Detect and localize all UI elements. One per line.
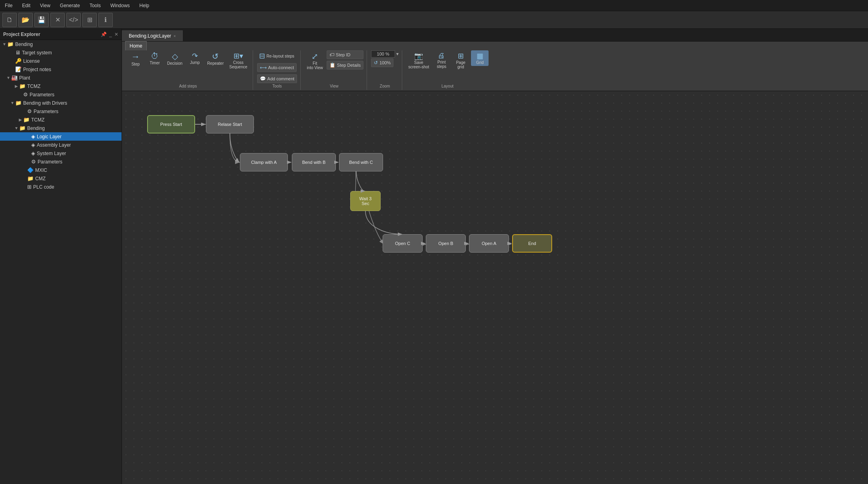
tree-item-bending-with-drivers[interactable]: ▼ 📁 Bending with Drivers [0, 99, 122, 107]
zoom-input[interactable] [371, 50, 395, 58]
ribbon-btn-step-details[interactable]: 📋 Step Details [327, 61, 363, 70]
ribbon-zoom-items: ▾ ↺ 100% [371, 50, 399, 83]
sidebar-minimize-icon[interactable]: _ [109, 32, 112, 37]
ribbon-btn-relayout[interactable]: ⊟ Re-layout steps [257, 50, 296, 62]
tree-item-bending-node[interactable]: ▼ 📁 Bending [0, 124, 122, 132]
ribbon-btn-grid[interactable]: ▦ Grid [471, 50, 489, 66]
ribbon-btn-jump[interactable]: ↷ Jump [186, 50, 204, 66]
toolbar-info-icon[interactable]: ℹ [98, 13, 113, 27]
expand-bending-node[interactable]: ▼ [14, 126, 19, 130]
menu-windows[interactable]: Windows [106, 1, 135, 10]
tab-close-icon[interactable]: × [174, 34, 176, 38]
flow-node-end[interactable]: End [512, 234, 552, 253]
expand-plant[interactable]: ▼ [6, 76, 11, 80]
flow-node-open-b[interactable]: Open B [426, 234, 466, 253]
tree-item-cmz[interactable]: 📁 CMZ [0, 174, 122, 183]
layout-group-label: Layout [441, 84, 453, 88]
ribbon-btn-timer[interactable]: ⏱ Timer [146, 50, 164, 66]
relayout-label: Re-layout steps [267, 54, 294, 58]
flow-node-open-c[interactable]: Open C [383, 234, 423, 253]
canvas-area[interactable]: Press Start Relase Start Clamp with A Be… [122, 91, 868, 484]
tree-item-parameters-bwd[interactable]: ⚙ Parameters [0, 107, 122, 116]
tree-label-bwd: Bending with Drivers [23, 100, 67, 106]
ribbon-group-add-steps: → Step ⏱ Timer ◇ Decision ↷ [124, 50, 253, 90]
flow-node-bend-with-c[interactable]: Bend with C [339, 153, 383, 171]
tree-label-tcmz-top: TCMZ [27, 84, 40, 89]
menu-file[interactable]: File [0, 1, 17, 10]
menu-tools[interactable]: Tools [85, 1, 106, 10]
page-grid-label: Pagegrid [456, 60, 465, 69]
sidebar-close-icon[interactable]: ✕ [114, 32, 118, 37]
ribbon-btn-decision[interactable]: ◇ Decision [165, 50, 184, 67]
menu-edit[interactable]: Edit [17, 1, 35, 10]
menu-help[interactable]: Help [135, 1, 154, 10]
toolbar-open-icon[interactable]: 📂 [18, 13, 33, 27]
flow-node-clamp-with-a[interactable]: Clamp with A [240, 153, 288, 171]
ribbon-btn-cross-sequence[interactable]: ⊞▾ CrossSequence [227, 50, 249, 70]
tree-label-parameters-bending: Parameters [38, 159, 62, 165]
step-label: Step [132, 62, 140, 66]
ribbon-btn-addcomment[interactable]: 💬 Add comment [257, 74, 297, 83]
tree-label-target-system: Target system [22, 50, 52, 56]
flow-node-bend-with-b[interactable]: Bend with B [292, 153, 336, 171]
tree-item-plc-code[interactable]: ⊞ PLC code [0, 183, 122, 191]
flow-node-press-start[interactable]: Press Start [147, 115, 195, 133]
ribbon-btn-step[interactable]: → Step [127, 50, 144, 68]
ribbon-group-view: ⤢ Fitinto View 🏷 Step ID 📋 Step Details [301, 50, 367, 90]
toolbar-save-icon[interactable]: 💾 [34, 13, 49, 27]
toolbar-grid-icon[interactable]: ⊞ [82, 13, 97, 27]
tree-item-license[interactable]: 🔑 License [0, 57, 122, 65]
ribbon-btn-print[interactable]: 🖨 Printsteps [433, 50, 450, 70]
tcmz-bwd-icon: 📁 [23, 117, 30, 123]
flow-arrows-precise [122, 91, 868, 484]
jump-label: Jump [190, 60, 200, 65]
tree-item-parameters-top[interactable]: ⚙ Parameters [0, 90, 122, 99]
ribbon-btn-step-id[interactable]: 🏷 Step ID [327, 50, 363, 59]
menu-view[interactable]: View [35, 1, 55, 10]
tree-label-logic-layer: Logic Layer [37, 134, 62, 139]
expand-bwd[interactable]: ▼ [10, 101, 15, 105]
tree-item-target-system[interactable]: 🖥 Target system [0, 48, 122, 57]
tree-item-logic-layer[interactable]: ◈ Logic Layer [0, 132, 122, 141]
flow-node-open-a[interactable]: Open A [469, 234, 509, 253]
tree-item-bending[interactable]: ▼ 📁 Bending [0, 40, 122, 48]
tree-item-system-layer[interactable]: ◈ System Layer [0, 149, 122, 157]
ribbon-btn-page-grid[interactable]: ⊞ Pagegrid [452, 50, 469, 70]
ribbon-group-tools: ⊟ Re-layout steps ⟷ Auto-connect 💬 Add c… [254, 50, 301, 90]
main-layout: Project Explorer 📌 _ ✕ ▼ 📁 Bending 🖥 Tar… [0, 29, 868, 484]
zoom-dropdown-icon[interactable]: ▾ [396, 51, 399, 57]
tree-item-parameters-bending[interactable]: ⚙ Parameters [0, 157, 122, 166]
tree-item-tcmz-top[interactable]: ▶ 📁 TCMZ [0, 82, 122, 90]
zoom-group-label: Zoom [380, 84, 390, 88]
menubar: File Edit View Generate Tools Windows He… [0, 0, 868, 11]
expand-bending[interactable]: ▼ [2, 42, 7, 46]
toolbar-code-icon[interactable]: </> [66, 13, 81, 27]
tree-item-plant[interactable]: ▼ 🏭 Plant [0, 74, 122, 82]
toolbar-new-icon[interactable]: 🗋 [2, 13, 17, 27]
sidebar-title: Project Explorer [3, 32, 40, 37]
bwd-folder-icon: 📁 [15, 100, 22, 106]
ribbon-btn-fit-view[interactable]: ⤢ Fitinto View [305, 50, 325, 71]
expand-tcmz-top[interactable]: ▶ [14, 84, 19, 88]
ribbon-btn-screenshot[interactable]: 📷 Savescreen-shot [406, 50, 431, 70]
tree-item-tcmz-bwd[interactable]: ▶ 📁 TCMZ [0, 116, 122, 124]
expand-tcmz-bwd[interactable]: ▶ [18, 118, 23, 122]
menu-generate[interactable]: Generate [55, 1, 85, 10]
assembly-layer-icon: ◈ [31, 142, 35, 148]
tree-item-mxic[interactable]: 🔷 MXIC [0, 166, 122, 174]
tree-item-assembly-layer[interactable]: ◈ Assembly Layer [0, 141, 122, 149]
clamp-with-a-label: Clamp with A [251, 160, 277, 165]
ribbon-btn-autoconnect[interactable]: ⟷ Auto-connect [257, 63, 297, 72]
flow-node-wait-3-sec[interactable]: Wait 3 Sec [350, 191, 381, 211]
ribbon-btn-repeater[interactable]: ↺ Repeater [205, 50, 225, 67]
sidebar-pin-icon[interactable]: 📌 [101, 32, 107, 37]
toolbar-close-icon[interactable]: ✕ [50, 13, 65, 27]
sidebar-header: Project Explorer 📌 _ ✕ [0, 29, 122, 40]
print-icon: 🖨 [438, 52, 445, 60]
cmz-icon: 📁 [27, 175, 34, 181]
zoom-reset-icon: ↺ [374, 60, 378, 66]
flow-node-relase-start[interactable]: Relase Start [206, 115, 254, 133]
tab-bending-logic-layer[interactable]: Bending.LogicLayer × [122, 30, 183, 41]
ribbon-btn-zoom-reset[interactable]: ↺ 100% [371, 58, 393, 67]
tree-item-project-notes[interactable]: 📝 Project notes [0, 65, 122, 74]
